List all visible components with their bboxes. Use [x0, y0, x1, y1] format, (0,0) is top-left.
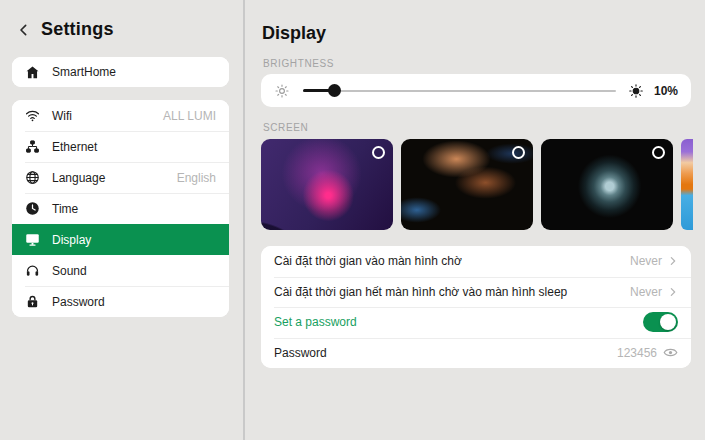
ethernet-icon	[25, 139, 40, 154]
chevron-right-icon	[668, 287, 678, 297]
set-password-row[interactable]: Set a password	[261, 307, 691, 338]
screensaver-delay-row[interactable]: Cài đặt thời gian vào màn hình chờ Never	[261, 246, 691, 277]
sidebar-item-wifi[interactable]: Wifi ALL LUMI	[12, 100, 229, 131]
smarthome-card: SmartHome	[12, 57, 229, 87]
sidebar-item-label: SmartHome	[52, 65, 116, 79]
screen-section-label: SCREEN	[263, 122, 308, 133]
wallpaper-color-stripes-partial[interactable]	[681, 139, 693, 230]
display-settings-card: Cài đặt thời gian vào màn hình chờ Never…	[261, 246, 691, 368]
sidebar-item-label: Sound	[52, 264, 87, 278]
sidebar-item-label: Wifi	[52, 109, 72, 123]
setting-label: Cài đặt thời gian vào màn hình chờ	[274, 254, 462, 268]
brightness-section-label: BRIGHTNESS	[263, 58, 334, 69]
clock-icon	[25, 201, 40, 216]
brightness-slider[interactable]	[303, 84, 616, 98]
sidebar-title: Settings	[41, 19, 114, 40]
wallpaper-purple-aurora[interactable]	[261, 139, 393, 230]
setting-value: Never	[630, 285, 662, 299]
settings-sidebar: Settings SmartHome Wifi ALL LUMI Etherne…	[0, 0, 245, 440]
back-icon[interactable]	[16, 22, 32, 38]
brightness-low-icon	[274, 83, 290, 99]
sleep-delay-row[interactable]: Cài đặt thời gian hết màn hình chờ vào m…	[261, 277, 691, 308]
setting-value: Never	[630, 254, 662, 268]
wallpaper-list	[261, 139, 705, 230]
sidebar-menu-card: Wifi ALL LUMI Ethernet Language English …	[12, 100, 229, 317]
sidebar-item-ethernet[interactable]: Ethernet	[12, 131, 229, 162]
brightness-value: 10%	[644, 84, 678, 98]
sidebar-item-language[interactable]: Language English	[12, 162, 229, 193]
sidebar-item-smarthome[interactable]: SmartHome	[12, 57, 229, 87]
wallpaper-orange-blue-fluid[interactable]	[401, 139, 533, 230]
wallpaper-teal-spiral[interactable]	[541, 139, 673, 230]
sidebar-item-value: English	[177, 171, 216, 185]
radio-unselected-icon[interactable]	[652, 146, 665, 159]
sidebar-item-label: Language	[52, 171, 105, 185]
headphones-icon	[25, 263, 40, 278]
radio-unselected-icon[interactable]	[372, 146, 385, 159]
page-title: Display	[262, 23, 326, 44]
sidebar-item-sound[interactable]: Sound	[12, 255, 229, 286]
sidebar-item-value: ALL LUMI	[163, 109, 216, 123]
sidebar-header: Settings	[16, 19, 114, 40]
display-icon	[25, 232, 40, 247]
wifi-icon	[25, 108, 40, 123]
slider-track	[303, 90, 616, 92]
toggle-knob	[660, 314, 676, 330]
sidebar-item-display[interactable]: Display	[12, 224, 229, 255]
sidebar-item-label: Password	[52, 295, 105, 309]
globe-icon	[25, 170, 40, 185]
sidebar-item-password[interactable]: Password	[12, 286, 229, 317]
setting-label: Password	[274, 346, 327, 360]
home-icon	[25, 65, 40, 80]
password-row[interactable]: Password 123456	[261, 338, 691, 369]
sidebar-item-label: Display	[52, 233, 91, 247]
lock-icon	[25, 294, 40, 309]
display-panel: Display BRIGHTNESS 10% SCREEN Cài đặt t	[247, 0, 705, 440]
sidebar-item-label: Ethernet	[52, 140, 97, 154]
setting-label: Cài đặt thời gian hết màn hình chờ vào m…	[274, 285, 567, 299]
password-value: 123456	[617, 346, 657, 360]
slider-thumb[interactable]	[328, 84, 341, 97]
set-password-toggle[interactable]	[643, 312, 678, 332]
sidebar-item-label: Time	[52, 202, 78, 216]
eye-icon[interactable]	[663, 345, 678, 360]
chevron-right-icon	[668, 256, 678, 266]
setting-label: Set a password	[274, 315, 357, 329]
brightness-card: 10%	[261, 74, 691, 107]
sidebar-item-time[interactable]: Time	[12, 193, 229, 224]
radio-unselected-icon[interactable]	[512, 146, 525, 159]
brightness-high-icon	[628, 83, 644, 99]
